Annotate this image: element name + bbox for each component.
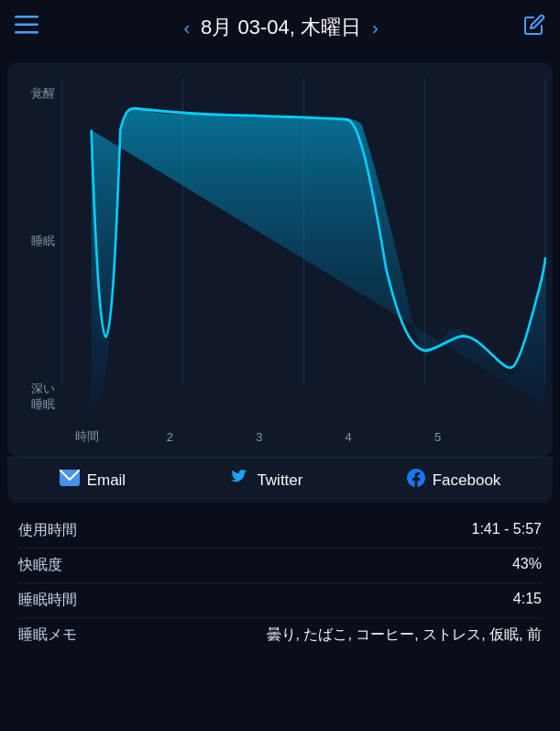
menu-icon[interactable]	[15, 16, 38, 39]
y-label-awake: 覚醒	[15, 86, 55, 102]
stat-label-quality: 快眠度	[18, 556, 110, 575]
email-label: Email	[87, 471, 126, 490]
x-label-3: 3	[241, 430, 278, 444]
stat-value-memo: 曇り, たばこ, コーヒー, ストレス, 仮眠, 前	[110, 626, 542, 645]
edit-icon[interactable]	[523, 14, 545, 41]
email-share-button[interactable]: Email	[60, 470, 126, 491]
x-label-4: 4	[330, 430, 367, 444]
svg-rect-2	[15, 31, 38, 34]
stats-section: 使用時間 1:41 - 5:57 快眠度 43% 睡眠時間 4:15 睡眠メモ …	[0, 503, 560, 663]
prev-arrow[interactable]: ‹	[183, 17, 190, 39]
header-center: ‹ 8月 03-04, 木曜日 ›	[183, 14, 378, 41]
stat-value-quality: 43%	[110, 556, 542, 572]
facebook-share-button[interactable]: Facebook	[407, 469, 501, 492]
stat-label-memo: 睡眠メモ	[18, 626, 110, 645]
twitter-icon	[229, 470, 249, 491]
x-label-2: 2	[151, 430, 188, 444]
chart-area: 覚醒 睡眠 深い睡眠	[15, 77, 545, 449]
y-axis: 覚醒 睡眠 深い睡眠	[15, 77, 62, 449]
email-icon	[60, 470, 80, 491]
stat-row-quality: 快眠度 43%	[18, 548, 542, 583]
stat-label-duration: 睡眠時間	[18, 591, 110, 610]
x-label-5: 5	[420, 430, 456, 444]
stat-value-duration: 4:15	[110, 591, 542, 607]
stat-row-duration: 睡眠時間 4:15	[18, 583, 542, 618]
header: ‹ 8月 03-04, 木曜日 ›	[0, 0, 560, 55]
stat-row-memo: 睡眠メモ 曇り, たばこ, コーヒー, ストレス, 仮眠, 前	[18, 618, 542, 652]
share-bar: Email Twitter Facebook	[7, 457, 553, 503]
twitter-label: Twitter	[257, 471, 302, 490]
twitter-share-button[interactable]: Twitter	[229, 470, 302, 491]
chart-inner: 時間 2 3 4 5	[62, 77, 545, 449]
facebook-icon	[407, 469, 425, 492]
x-axis: 時間 2 3 4 5	[62, 420, 545, 449]
stat-label-usage: 使用時間	[18, 521, 110, 540]
date-title: 8月 03-04, 木曜日	[201, 14, 361, 41]
y-label-sleep: 睡眠	[15, 234, 55, 249]
sleep-svg	[62, 77, 545, 416]
svg-rect-1	[15, 24, 38, 27]
svg-rect-0	[15, 16, 38, 18]
facebook-label: Facebook	[433, 471, 501, 490]
stat-row-usage: 使用時間 1:41 - 5:57	[18, 514, 542, 548]
y-label-deep: 深い睡眠	[15, 382, 55, 413]
sleep-chart-container: 覚醒 睡眠 深い睡眠	[7, 62, 553, 457]
next-arrow[interactable]: ›	[372, 17, 379, 39]
x-label-jikan: 時間	[62, 428, 99, 445]
stat-value-usage: 1:41 - 5:57	[110, 521, 542, 537]
